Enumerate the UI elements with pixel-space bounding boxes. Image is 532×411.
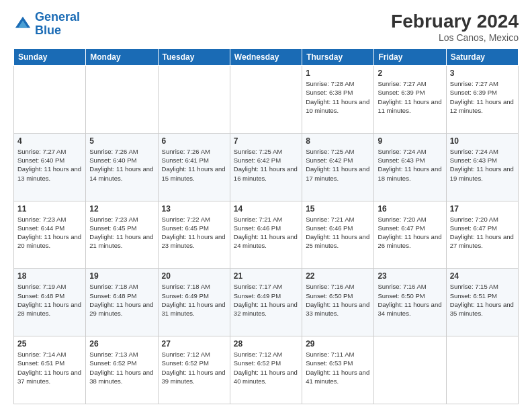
day-number: 26	[89, 339, 154, 349]
day-info: Sunrise: 7:26 AM Sunset: 6:40 PM Dayligh…	[89, 147, 154, 183]
day-number: 28	[234, 339, 298, 349]
calendar-week-row: 18Sunrise: 7:19 AM Sunset: 6:48 PM Dayli…	[14, 269, 519, 336]
page: General Blue February 2024 Los Canos, Me…	[0, 0, 532, 411]
day-info: Sunrise: 7:15 AM Sunset: 6:51 PM Dayligh…	[450, 282, 515, 318]
header-monday: Monday	[86, 49, 158, 66]
table-row: 1Sunrise: 7:28 AM Sunset: 6:38 PM Daylig…	[302, 66, 374, 134]
calendar-week-row: 4Sunrise: 7:27 AM Sunset: 6:40 PM Daylig…	[14, 133, 519, 201]
day-number: 19	[89, 271, 154, 281]
day-info: Sunrise: 7:13 AM Sunset: 6:52 PM Dayligh…	[89, 350, 154, 385]
day-number: 22	[306, 271, 370, 281]
day-number: 15	[306, 204, 370, 214]
table-row: 20Sunrise: 7:18 AM Sunset: 6:49 PM Dayli…	[158, 269, 230, 336]
day-info: Sunrise: 7:21 AM Sunset: 6:46 PM Dayligh…	[234, 215, 298, 250]
table-row	[86, 66, 158, 134]
day-number: 3	[450, 68, 515, 78]
header: General Blue February 2024 Los Canos, Me…	[13, 11, 519, 43]
day-info: Sunrise: 7:17 AM Sunset: 6:49 PM Dayligh…	[234, 282, 298, 318]
day-info: Sunrise: 7:18 AM Sunset: 6:48 PM Dayligh…	[89, 282, 154, 318]
day-info: Sunrise: 7:16 AM Sunset: 6:50 PM Dayligh…	[378, 282, 442, 318]
day-info: Sunrise: 7:20 AM Sunset: 6:47 PM Dayligh…	[450, 215, 515, 250]
day-info: Sunrise: 7:21 AM Sunset: 6:46 PM Dayligh…	[306, 215, 370, 250]
day-info: Sunrise: 7:27 AM Sunset: 6:40 PM Dayligh…	[17, 147, 82, 183]
day-number: 12	[89, 204, 154, 214]
day-number: 2	[378, 68, 442, 78]
day-info: Sunrise: 7:27 AM Sunset: 6:39 PM Dayligh…	[378, 79, 442, 115]
table-row: 11Sunrise: 7:23 AM Sunset: 6:44 PM Dayli…	[14, 201, 86, 269]
day-number: 1	[306, 68, 370, 78]
table-row: 28Sunrise: 7:12 AM Sunset: 6:52 PM Dayli…	[230, 336, 302, 404]
main-title: February 2024	[391, 11, 519, 32]
day-info: Sunrise: 7:11 AM Sunset: 6:53 PM Dayligh…	[306, 350, 370, 385]
day-number: 10	[450, 136, 515, 146]
day-info: Sunrise: 7:12 AM Sunset: 6:52 PM Dayligh…	[234, 350, 298, 385]
logo: General Blue	[13, 11, 80, 38]
table-row: 9Sunrise: 7:24 AM Sunset: 6:43 PM Daylig…	[374, 133, 446, 201]
table-row: 8Sunrise: 7:25 AM Sunset: 6:42 PM Daylig…	[302, 133, 374, 201]
table-row: 21Sunrise: 7:17 AM Sunset: 6:49 PM Dayli…	[230, 269, 302, 336]
logo-icon	[13, 15, 32, 34]
table-row: 17Sunrise: 7:20 AM Sunset: 6:47 PM Dayli…	[446, 201, 518, 269]
header-thursday: Thursday	[302, 49, 374, 66]
calendar-week-row: 11Sunrise: 7:23 AM Sunset: 6:44 PM Dayli…	[14, 201, 519, 269]
logo-text: General Blue	[35, 11, 80, 38]
day-number: 29	[306, 339, 370, 349]
header-sunday: Sunday	[14, 49, 86, 66]
day-info: Sunrise: 7:16 AM Sunset: 6:50 PM Dayligh…	[306, 282, 370, 318]
day-number: 8	[306, 136, 370, 146]
table-row: 24Sunrise: 7:15 AM Sunset: 6:51 PM Dayli…	[446, 269, 518, 336]
table-row: 14Sunrise: 7:21 AM Sunset: 6:46 PM Dayli…	[230, 201, 302, 269]
table-row: 3Sunrise: 7:27 AM Sunset: 6:39 PM Daylig…	[446, 66, 518, 134]
header-wednesday: Wednesday	[230, 49, 302, 66]
table-row	[230, 66, 302, 134]
table-row	[446, 336, 518, 404]
day-info: Sunrise: 7:12 AM Sunset: 6:52 PM Dayligh…	[162, 350, 226, 385]
day-number: 7	[234, 136, 298, 146]
day-number: 23	[378, 271, 442, 281]
day-number: 9	[378, 136, 442, 146]
table-row: 15Sunrise: 7:21 AM Sunset: 6:46 PM Dayli…	[302, 201, 374, 269]
day-number: 11	[17, 204, 82, 214]
calendar-week-row: 25Sunrise: 7:14 AM Sunset: 6:51 PM Dayli…	[14, 336, 519, 404]
weekday-header-row: Sunday Monday Tuesday Wednesday Thursday…	[14, 49, 519, 66]
day-number: 6	[162, 136, 226, 146]
day-number: 24	[450, 271, 515, 281]
table-row: 29Sunrise: 7:11 AM Sunset: 6:53 PM Dayli…	[302, 336, 374, 404]
title-block: February 2024 Los Canos, Mexico	[391, 11, 519, 43]
day-number: 27	[162, 339, 226, 349]
day-number: 16	[378, 204, 442, 214]
table-row: 7Sunrise: 7:25 AM Sunset: 6:42 PM Daylig…	[230, 133, 302, 201]
table-row: 27Sunrise: 7:12 AM Sunset: 6:52 PM Dayli…	[158, 336, 230, 404]
day-info: Sunrise: 7:23 AM Sunset: 6:45 PM Dayligh…	[89, 215, 154, 250]
day-info: Sunrise: 7:22 AM Sunset: 6:45 PM Dayligh…	[162, 215, 226, 250]
header-friday: Friday	[374, 49, 446, 66]
day-info: Sunrise: 7:25 AM Sunset: 6:42 PM Dayligh…	[234, 147, 298, 183]
table-row: 4Sunrise: 7:27 AM Sunset: 6:40 PM Daylig…	[14, 133, 86, 201]
table-row: 10Sunrise: 7:24 AM Sunset: 6:43 PM Dayli…	[446, 133, 518, 201]
day-info: Sunrise: 7:27 AM Sunset: 6:39 PM Dayligh…	[450, 79, 515, 115]
header-saturday: Saturday	[446, 49, 518, 66]
day-number: 18	[17, 271, 82, 281]
day-number: 13	[162, 204, 226, 214]
table-row: 19Sunrise: 7:18 AM Sunset: 6:48 PM Dayli…	[86, 269, 158, 336]
day-info: Sunrise: 7:23 AM Sunset: 6:44 PM Dayligh…	[17, 215, 82, 250]
table-row	[14, 66, 86, 134]
table-row: 18Sunrise: 7:19 AM Sunset: 6:48 PM Dayli…	[14, 269, 86, 336]
calendar-table: Sunday Monday Tuesday Wednesday Thursday…	[13, 48, 519, 404]
table-row: 23Sunrise: 7:16 AM Sunset: 6:50 PM Dayli…	[374, 269, 446, 336]
day-number: 25	[17, 339, 82, 349]
header-tuesday: Tuesday	[158, 49, 230, 66]
day-number: 21	[234, 271, 298, 281]
table-row: 2Sunrise: 7:27 AM Sunset: 6:39 PM Daylig…	[374, 66, 446, 134]
day-number: 17	[450, 204, 515, 214]
day-info: Sunrise: 7:20 AM Sunset: 6:47 PM Dayligh…	[378, 215, 442, 250]
day-info: Sunrise: 7:26 AM Sunset: 6:41 PM Dayligh…	[162, 147, 226, 183]
table-row: 26Sunrise: 7:13 AM Sunset: 6:52 PM Dayli…	[86, 336, 158, 404]
subtitle: Los Canos, Mexico	[391, 32, 519, 43]
table-row: 5Sunrise: 7:26 AM Sunset: 6:40 PM Daylig…	[86, 133, 158, 201]
table-row	[374, 336, 446, 404]
day-info: Sunrise: 7:24 AM Sunset: 6:43 PM Dayligh…	[378, 147, 442, 183]
calendar-week-row: 1Sunrise: 7:28 AM Sunset: 6:38 PM Daylig…	[14, 66, 519, 134]
day-info: Sunrise: 7:25 AM Sunset: 6:42 PM Dayligh…	[306, 147, 370, 183]
table-row: 6Sunrise: 7:26 AM Sunset: 6:41 PM Daylig…	[158, 133, 230, 201]
